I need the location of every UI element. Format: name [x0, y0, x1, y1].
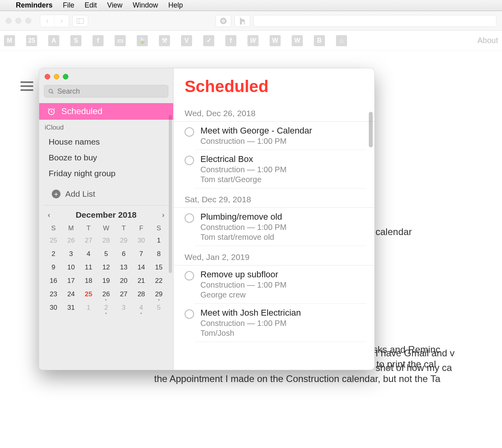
bookmark-about-link[interactable]: About	[477, 36, 498, 45]
cal-day[interactable]: 30	[45, 301, 62, 314]
cal-day[interactable]: 15	[150, 261, 168, 274]
cal-day[interactable]: 2	[97, 301, 115, 314]
cal-next-button[interactable]: ›	[161, 211, 165, 219]
search-box[interactable]	[44, 85, 168, 98]
minimize-button[interactable]	[54, 74, 59, 79]
reminder-row[interactable]: Meet with George - CalendarConstruction …	[194, 122, 366, 150]
bookmark-facebook2-icon[interactable]: f	[225, 35, 236, 46]
bookmark-hammer-icon[interactable]: ⚒	[159, 35, 170, 46]
cal-day[interactable]: 5	[150, 301, 168, 314]
cal-day[interactable]: 1	[150, 234, 168, 247]
cal-day[interactable]: 2	[45, 247, 62, 261]
forward-button[interactable]: ›	[55, 15, 69, 27]
cal-day[interactable]: 24	[62, 288, 79, 301]
cal-day[interactable]: 11	[80, 261, 97, 274]
sidebar-item-scheduled[interactable]: Scheduled	[39, 103, 173, 120]
sidebar-list-friday[interactable]: Friday night group	[39, 166, 173, 181]
bg-close-dot[interactable]	[6, 18, 11, 24]
menu-view[interactable]: View	[107, 1, 123, 9]
bookmark-briefcase-icon[interactable]: ▭	[115, 35, 126, 46]
bookmark-s-icon[interactable]: S	[70, 35, 81, 46]
app-name[interactable]: Reminders	[16, 1, 53, 9]
cal-day[interactable]: 10	[62, 261, 79, 274]
sidebar-list-booze[interactable]: Booze to buy	[39, 150, 173, 166]
cal-day[interactable]: 5	[97, 247, 115, 261]
cal-day[interactable]: 13	[115, 261, 132, 274]
menu-help[interactable]: Help	[168, 1, 183, 9]
reminder-checkbox[interactable]	[185, 127, 194, 137]
cal-day[interactable]: 21	[132, 274, 150, 288]
main-scrollbar[interactable]	[369, 112, 373, 147]
reminder-row[interactable]: Plumbing/remove oldConstruction — 1:00 P…	[194, 208, 366, 246]
cal-day[interactable]: 9	[45, 261, 62, 274]
reminder-checkbox[interactable]	[185, 271, 194, 280]
reminder-row[interactable]: Meet with Josh ElectricianConstruction —…	[194, 304, 366, 342]
bookmark-w2-icon[interactable]: W	[270, 35, 281, 46]
sidebar-list-house-names[interactable]: House names	[39, 134, 173, 150]
close-button[interactable]	[45, 74, 50, 79]
bookmark-home-icon[interactable]: ⌂	[336, 35, 347, 46]
cal-day[interactable]: 28	[97, 234, 115, 247]
menu-file[interactable]: File	[63, 1, 74, 9]
cal-day[interactable]: 26	[62, 234, 79, 247]
bg-zoom-dot[interactable]	[25, 18, 31, 24]
cal-day[interactable]: 27	[115, 288, 132, 301]
cal-day[interactable]: 18	[80, 274, 97, 288]
cal-day[interactable]: 20	[115, 274, 132, 288]
reminder-checkbox[interactable]	[185, 309, 194, 319]
cal-day[interactable]: 25	[45, 234, 62, 247]
menu-window[interactable]: Window	[133, 1, 158, 9]
hamburger-icon[interactable]	[21, 81, 33, 91]
cal-day[interactable]: 22	[150, 274, 168, 288]
bg-min-dot[interactable]	[15, 18, 21, 24]
cal-day[interactable]: 27	[80, 234, 97, 247]
bookmark-calendar-icon[interactable]: 25	[26, 35, 37, 46]
bookmark-b-icon[interactable]: B	[314, 35, 325, 46]
bookmark-check-icon[interactable]: ✓	[203, 35, 214, 46]
pinterest-icon[interactable]	[215, 15, 231, 27]
zoom-button[interactable]	[63, 74, 68, 79]
cal-day[interactable]: 1	[80, 301, 97, 314]
cal-day[interactable]: 7	[132, 247, 150, 261]
cal-day[interactable]: 25	[80, 288, 97, 301]
bookmark-leaf-icon[interactable]: 🍃	[137, 35, 148, 46]
cal-day[interactable]: 3	[62, 247, 79, 261]
bookmark-v-icon[interactable]: V	[181, 35, 192, 46]
cal-day[interactable]: 4	[132, 301, 150, 314]
cal-day[interactable]: 29	[150, 288, 168, 301]
cal-day[interactable]: 28	[132, 288, 150, 301]
cal-day[interactable]: 17	[62, 274, 79, 288]
bookmark-facebook-icon[interactable]: f	[92, 35, 104, 46]
cal-day[interactable]: 12	[97, 261, 115, 274]
cal-day[interactable]: 29	[115, 234, 132, 247]
cal-day[interactable]: 3	[115, 301, 132, 314]
sidebar-toggle-button[interactable]	[72, 15, 88, 27]
cal-day[interactable]: 6	[115, 247, 132, 261]
reminder-checkbox[interactable]	[185, 213, 194, 223]
cal-day[interactable]: 31	[62, 301, 79, 314]
reminder-row[interactable]: Electrical BoxConstruction — 1:00 PMTom …	[194, 150, 366, 188]
cal-day[interactable]: 23	[45, 288, 62, 301]
cal-day[interactable]: 4	[80, 247, 97, 261]
bookmark-gmail-icon[interactable]: M	[4, 35, 15, 46]
cal-day[interactable]: 16	[45, 274, 62, 288]
cal-day[interactable]: 26	[97, 288, 115, 301]
cal-day[interactable]: 30	[132, 234, 150, 247]
bookmark-airbnb-icon[interactable]: A	[48, 35, 59, 46]
bookmark-w3-icon[interactable]: W	[292, 35, 303, 46]
search-input[interactable]	[57, 87, 164, 96]
add-list-button[interactable]: + Add List	[44, 184, 168, 205]
sidebar-scrollbar[interactable]	[169, 115, 172, 273]
cal-day[interactable]: 8	[150, 247, 168, 261]
menu-edit[interactable]: Edit	[85, 1, 97, 9]
address-bar[interactable]	[253, 15, 496, 27]
reminder-row[interactable]: Remove up subfloorConstruction — 1:00 PM…	[194, 265, 366, 304]
cal-day[interactable]: 14	[132, 261, 150, 274]
cal-prev-button[interactable]: ‹	[47, 211, 51, 219]
back-button[interactable]: ‹	[40, 15, 55, 27]
search-icon	[48, 88, 54, 94]
houzz-icon[interactable]	[234, 15, 250, 27]
reminder-checkbox[interactable]	[185, 156, 194, 165]
bookmark-w-italic-icon[interactable]: W	[247, 35, 259, 46]
cal-day[interactable]: 19	[97, 274, 115, 288]
